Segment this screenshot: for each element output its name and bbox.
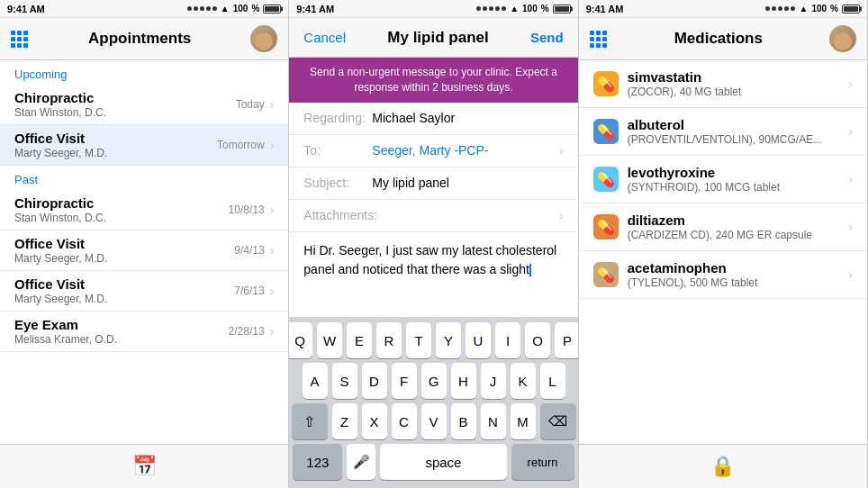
nav-bar-2: Cancel My lipid panel Send [289,18,577,58]
space-key[interactable]: space [380,444,506,480]
battery-1 [263,5,281,14]
key-m[interactable]: M [511,403,536,439]
appt-item[interactable]: Chiropractic Stan Winston, D.C. 10/8/13 … [0,190,288,230]
cancel-button[interactable]: Cancel [300,30,349,45]
section-past: Past [0,166,288,190]
key-s[interactable]: S [332,363,357,399]
wifi-icon-1: ▲ [221,4,230,14]
chevron-icon: › [270,324,275,339]
key-j[interactable]: J [481,363,506,399]
to-value: Seeger, Marty -PCP- [372,143,559,158]
key-d[interactable]: D [362,363,387,399]
key-e[interactable]: E [347,322,372,358]
lock-tab-icon[interactable]: 🔒 [710,455,735,478]
key-i[interactable]: I [495,322,520,358]
med-icon-simvastatin: 💊 [593,71,619,96]
send-button[interactable]: Send [527,30,567,45]
key-x[interactable]: X [362,403,387,439]
avatar-1[interactable] [250,25,277,52]
key-c[interactable]: C [392,403,417,439]
attachments-label: Attachments: [303,208,377,222]
battery-3 [842,5,860,14]
status-bar-1: 9:41 AM ▲ 100% [0,0,288,18]
delete-key[interactable]: ⌫ [540,403,576,439]
subject-value: My lipid panel [372,176,563,190]
wifi-icon-3: ▲ [799,4,808,14]
key-k[interactable]: K [511,363,536,399]
key-g[interactable]: G [421,363,447,399]
mic-key[interactable]: 🎤 [347,444,375,480]
appt-item[interactable]: Chiropractic Stan Winston, D.C. Today › [0,85,288,125]
to-chevron-icon: › [559,143,564,158]
key-a[interactable]: A [303,363,328,399]
key-w[interactable]: W [317,322,342,358]
battery-pct-2: 100 [522,4,538,14]
key-n[interactable]: N [481,403,506,439]
key-b[interactable]: B [451,403,476,439]
med-chevron-icon: › [848,172,853,186]
compose-panel: 9:41 AM ▲ 100% Cancel My lipid panel Sen… [289,0,578,488]
appointments-list: Upcoming Chiropractic Stan Winston, D.C.… [0,60,288,444]
status-right-3: ▲ 100% [765,4,860,14]
keyboard-row-4: 123 🎤 space return [293,444,574,480]
keyboard-row-1: Q W E R T Y U I O P [293,322,574,358]
key-r[interactable]: R [376,322,402,358]
key-v[interactable]: V [421,403,447,439]
return-key[interactable]: return [511,444,574,480]
shift-key[interactable]: ⇧ [292,403,328,439]
numbers-key[interactable]: 123 [293,444,342,480]
med-item-levothyroxine[interactable]: 💊 levothyroxine (SYNTHROID), 100 MCG tab… [579,156,867,203]
med-item-simvastatin[interactable]: 💊 simvastatin (ZOCOR), 40 MG tablet › [579,60,867,108]
key-h[interactable]: H [451,363,476,399]
nav-bar-3: Medications [579,18,867,60]
key-l[interactable]: L [540,363,565,399]
battery-pct-3: 100 [811,4,827,14]
time-3: 9:41 AM [586,4,624,14]
chevron-icon: › [270,97,275,112]
key-u[interactable]: U [466,322,491,358]
med-item-diltiazem[interactable]: 💊 diltiazem (CARDIZEM CD), 240 MG ER cap… [579,203,867,251]
med-icon-acetaminophen: 💊 [593,262,619,287]
regarding-value: Michael Saylor [372,111,563,125]
med-item-acetaminophen[interactable]: 💊 acetaminophen (TYLENOL), 500 MG tablet… [579,251,867,299]
key-o[interactable]: O [525,322,550,358]
signal-3 [765,6,795,11]
compose-banner: Send a non-urgent message to your clinic… [289,58,577,103]
key-z[interactable]: Z [332,403,357,439]
section-upcoming: Upcoming [0,60,288,85]
status-right-1: ▲ 100% [187,4,282,14]
med-chevron-icon: › [848,124,853,139]
tab-bar-3: 🔒 [579,444,867,488]
subject-label: Subject: [303,176,366,190]
med-chevron-icon: › [848,220,853,234]
nav-bar-1: Appointments [0,18,288,60]
med-chevron-icon: › [848,267,853,282]
grid-icon-1[interactable] [11,31,29,48]
key-f[interactable]: F [392,363,417,399]
regarding-field: Regarding: Michael Saylor [289,103,577,135]
appt-item[interactable]: Eye Exam Melissa Kramer, O.D. 2/28/13 › [0,312,288,352]
appt-item[interactable]: Office Visit Marty Seeger, M.D. 7/6/13 › [0,271,288,312]
to-field[interactable]: To: Seeger, Marty -PCP- › [289,135,577,167]
calendar-tab-icon[interactable]: 📅 [132,455,157,478]
appointments-title: Appointments [29,30,250,48]
grid-icon-3[interactable] [590,31,608,48]
keyboard-row-2: A S D F G H J K L [293,363,574,399]
key-p[interactable]: P [555,322,579,358]
text-cursor [529,264,531,276]
subject-field: Subject: My lipid panel [289,167,577,200]
med-item-albuterol[interactable]: 💊 albuterol (PROVENTIL/VENTOLIN), 90MCG/… [579,108,867,156]
signal-2 [476,6,506,11]
attachments-field[interactable]: Attachments: › [289,200,577,232]
key-q[interactable]: Q [289,322,312,358]
avatar-3[interactable] [829,25,856,52]
key-y[interactable]: Y [436,322,461,358]
compose-body[interactable]: Hi Dr. Seeger, I just saw my latest chol… [289,232,577,317]
key-t[interactable]: T [406,322,431,358]
tab-bar-1: 📅 [0,444,288,488]
appt-item[interactable]: Office Visit Marty Seeger, M.D. Tomorrow… [0,125,288,166]
compose-title: My lipid panel [349,29,527,47]
appointments-panel: 9:41 AM ▲ 100% Appointments [0,0,289,488]
time-1: 9:41 AM [7,4,45,14]
appt-item[interactable]: Office Visit Marty Seeger, M.D. 9/4/13 › [0,230,288,271]
